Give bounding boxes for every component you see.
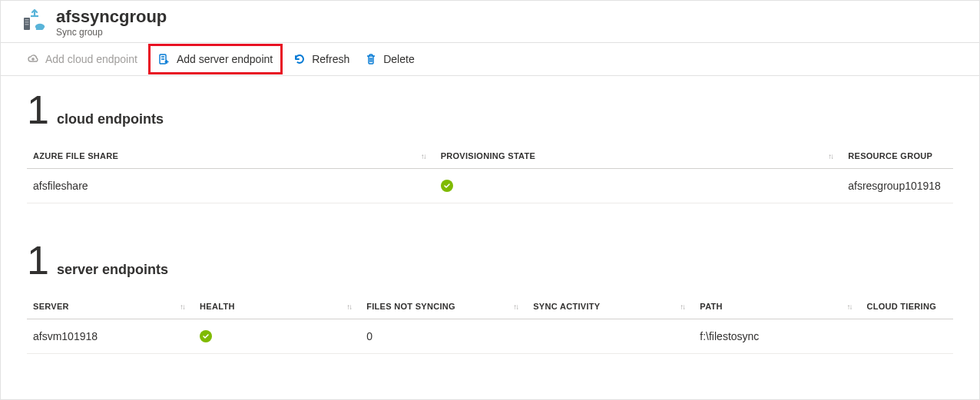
cell-azure-file-share: afsfileshare: [27, 169, 435, 203]
toolbar: Add cloud endpoint Add server endpoint R…: [1, 42, 979, 76]
svg-rect-2: [25, 21, 29, 23]
cell-cloud-tiering: [860, 319, 953, 354]
cell-path: f:\filestosync: [694, 319, 860, 354]
cell-resource-group: afsresgroup101918: [842, 169, 953, 203]
refresh-icon: [293, 53, 306, 65]
col-azure-file-share[interactable]: AZURE FILE SHARE ↑↓: [27, 144, 435, 169]
col-files-not-syncing[interactable]: FILES NOT SYNCING ↑↓: [360, 294, 527, 319]
sort-icon: ↑↓: [828, 152, 833, 160]
sort-icon: ↑↓: [513, 302, 518, 311]
cell-server: afsvm101918: [27, 319, 194, 354]
sync-group-icon: [22, 8, 47, 33]
cloud-endpoints-heading: 1 cloud endpoints: [27, 90, 953, 130]
refresh-button[interactable]: Refresh: [286, 47, 357, 71]
sort-icon: ↑↓: [180, 302, 184, 311]
col-cloud-tiering[interactable]: CLOUD TIERING: [860, 294, 953, 319]
sort-icon: ↑↓: [346, 302, 351, 311]
delete-button[interactable]: Delete: [357, 47, 422, 71]
table-row[interactable]: afsvm101918 0 f:\filestosync: [27, 319, 953, 354]
page-header: afssyncgroup Sync group: [1, 1, 979, 42]
server-endpoints-label: server endpoints: [57, 262, 168, 278]
cell-files-not-syncing: 0: [360, 319, 527, 354]
server-endpoints-count: 1: [27, 240, 49, 280]
cloud-endpoints-label: cloud endpoints: [57, 111, 164, 127]
sort-icon: ↑↓: [680, 302, 684, 311]
svg-rect-3: [25, 24, 29, 25]
add-cloud-endpoint-button: Add cloud endpoint: [19, 47, 145, 71]
cloud-plus-icon: [27, 53, 39, 65]
server-endpoints-heading: 1 server endpoints: [27, 240, 953, 280]
add-cloud-endpoint-label: Add cloud endpoint: [45, 53, 137, 65]
sort-icon: ↑↓: [846, 302, 851, 311]
cell-sync-activity: [527, 319, 694, 354]
sort-icon: ↑↓: [421, 152, 425, 160]
page-subtitle: Sync group: [56, 27, 167, 38]
add-server-endpoint-label: Add server endpoint: [177, 53, 273, 65]
col-sync-activity[interactable]: SYNC ACTIVITY ↑↓: [527, 294, 694, 319]
page-title: afssyncgroup: [56, 7, 167, 27]
status-ok-icon: [200, 330, 212, 342]
add-server-endpoint-button[interactable]: Add server endpoint: [148, 44, 283, 74]
server-endpoints-table: SERVER ↑↓ HEALTH ↑↓ FILES NOT SYNCING ↑↓…: [27, 294, 953, 354]
cell-provisioning-state: [435, 169, 843, 203]
cell-health: [194, 319, 360, 354]
svg-rect-1: [25, 19, 29, 21]
table-row[interactable]: afsfileshare afsresgroup101918: [27, 169, 953, 203]
status-ok-icon: [441, 180, 453, 192]
col-server[interactable]: SERVER ↑↓: [27, 294, 194, 319]
col-resource-group[interactable]: RESOURCE GROUP: [842, 144, 953, 169]
col-health[interactable]: HEALTH ↑↓: [194, 294, 360, 319]
refresh-label: Refresh: [312, 53, 349, 65]
trash-icon: [365, 53, 377, 65]
cloud-endpoints-table: AZURE FILE SHARE ↑↓ PROVISIONING STATE ↑…: [27, 144, 953, 203]
server-plus-icon: [158, 53, 171, 65]
col-path[interactable]: PATH ↑↓: [694, 294, 860, 319]
delete-label: Delete: [383, 53, 414, 65]
cloud-endpoints-count: 1: [27, 90, 49, 130]
col-provisioning-state[interactable]: PROVISIONING STATE ↑↓: [435, 144, 843, 169]
